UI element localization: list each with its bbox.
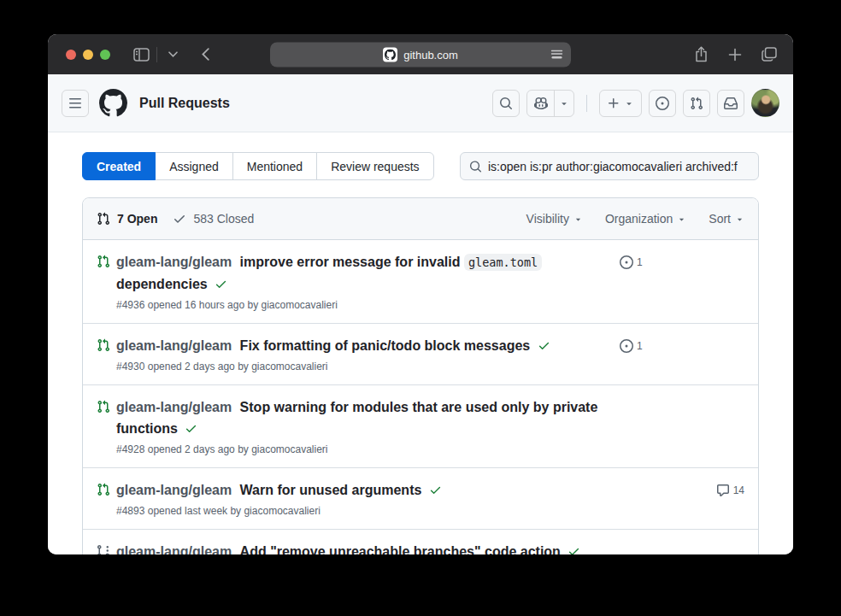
query-search-input[interactable] bbox=[488, 160, 750, 173]
pr-title[interactable]: improve error message for invalid bbox=[240, 255, 461, 269]
checks-passing-icon[interactable] bbox=[568, 545, 580, 554]
search-button[interactable] bbox=[492, 90, 520, 117]
zoom-window-button[interactable] bbox=[100, 50, 110, 60]
dropdown-caret-icon bbox=[677, 214, 686, 224]
pr-meta: #4928 opened 2 days ago by giacomocavali… bbox=[116, 443, 620, 455]
pr-title-continued[interactable]: dependencies bbox=[116, 277, 208, 291]
closed-filter[interactable]: 583 Closed bbox=[173, 212, 254, 226]
issue-opened-icon bbox=[620, 255, 633, 269]
share-icon[interactable] bbox=[689, 43, 713, 67]
visibility-dropdown[interactable]: Visibility bbox=[526, 212, 583, 226]
chevron-down-icon[interactable] bbox=[161, 43, 185, 67]
minimize-window-button[interactable] bbox=[83, 50, 93, 60]
checks-passing-icon[interactable] bbox=[429, 484, 442, 496]
list-header: 7 Open 583 Closed Visibility Organizatio… bbox=[83, 198, 758, 240]
checks-passing-icon[interactable] bbox=[185, 422, 197, 435]
search-icon bbox=[469, 160, 482, 173]
organization-dropdown[interactable]: Organization bbox=[605, 212, 686, 226]
traffic-lights bbox=[66, 50, 110, 60]
back-icon[interactable] bbox=[193, 43, 217, 67]
hamburger-icon[interactable] bbox=[62, 90, 89, 117]
tab-review-requests[interactable]: Review requests bbox=[316, 152, 434, 180]
linked-issue-badge[interactable]: 1 bbox=[620, 255, 643, 269]
filter-tabs: Created Assigned Mentioned Review reques… bbox=[82, 152, 434, 180]
reader-icon[interactable] bbox=[550, 50, 563, 60]
plus-icon bbox=[607, 97, 620, 110]
repo-link[interactable]: gleam-lang/gleam bbox=[116, 255, 232, 269]
tab-assigned[interactable]: Assigned bbox=[155, 152, 233, 180]
pull-request-list: 7 Open 583 Closed Visibility Organizatio… bbox=[82, 197, 759, 554]
pr-row[interactable]: gleam-lang/gleam Fix formatting of panic… bbox=[83, 323, 758, 384]
comment-count-badge[interactable]: 14 bbox=[716, 484, 744, 497]
pull-request-open-icon bbox=[97, 483, 110, 517]
pr-row[interactable]: gleam-lang/gleam improve error message f… bbox=[83, 240, 758, 323]
close-window-button[interactable] bbox=[66, 50, 76, 60]
search-icon bbox=[499, 97, 513, 110]
pull-request-open-icon bbox=[97, 338, 110, 373]
issues-button[interactable] bbox=[649, 90, 676, 117]
page-title: Pull Requests bbox=[139, 96, 230, 111]
inline-code: gleam.toml bbox=[464, 254, 542, 271]
repo-link[interactable]: gleam-lang/gleam bbox=[116, 544, 232, 554]
create-new-button[interactable] bbox=[599, 90, 642, 117]
checks-passing-icon[interactable] bbox=[215, 278, 227, 290]
github-header: Pull Requests bbox=[48, 74, 793, 132]
pr-row[interactable]: gleam-lang/gleam Add "remove unreachable… bbox=[83, 529, 758, 554]
query-search-box[interactable] bbox=[460, 152, 759, 180]
sidebar-icon[interactable] bbox=[129, 43, 153, 67]
sort-dropdown[interactable]: Sort bbox=[709, 212, 744, 226]
repo-link[interactable]: gleam-lang/gleam bbox=[116, 400, 232, 414]
pr-meta: #4930 opened 2 days ago by giacomocavali… bbox=[116, 361, 620, 373]
repo-link[interactable]: gleam-lang/gleam bbox=[116, 483, 232, 497]
dropdown-caret-icon bbox=[735, 214, 744, 224]
inbox-button[interactable] bbox=[717, 90, 744, 117]
copilot-icon[interactable] bbox=[527, 91, 555, 116]
pr-meta: #4936 opened 16 hours ago by giacomocava… bbox=[116, 299, 620, 311]
pull-request-icon bbox=[97, 212, 110, 226]
browser-titlebar: github.com bbox=[48, 34, 793, 74]
pr-row[interactable]: gleam-lang/gleam Stop warning for module… bbox=[83, 384, 758, 467]
site-logo-icon bbox=[383, 47, 397, 62]
open-filter[interactable]: 7 Open bbox=[97, 212, 157, 226]
pr-title[interactable]: Warn for unused arguments bbox=[240, 483, 422, 497]
github-logo-icon[interactable] bbox=[99, 89, 127, 117]
issue-opened-icon bbox=[656, 97, 669, 110]
titlebar-divider bbox=[156, 47, 157, 62]
tab-overview-icon[interactable] bbox=[757, 43, 781, 67]
address-url: github.com bbox=[403, 48, 458, 61]
tab-created[interactable]: Created bbox=[82, 152, 156, 180]
repo-link[interactable]: gleam-lang/gleam bbox=[116, 338, 232, 353]
pull-requests-button[interactable] bbox=[683, 90, 710, 117]
new-tab-icon[interactable] bbox=[723, 43, 747, 67]
avatar[interactable] bbox=[751, 89, 779, 117]
pull-request-icon bbox=[690, 97, 703, 110]
copilot-button[interactable] bbox=[526, 90, 574, 117]
browser-window: github.com Pull Requests bbox=[48, 34, 793, 554]
dropdown-caret-icon bbox=[573, 214, 583, 224]
checks-passing-icon[interactable] bbox=[538, 339, 550, 352]
pr-row[interactable]: gleam-lang/gleam Warn for unused argumen… bbox=[83, 467, 758, 529]
inbox-icon bbox=[724, 97, 738, 110]
issue-opened-icon bbox=[620, 339, 633, 353]
dropdown-caret-icon bbox=[624, 98, 634, 109]
main-content: Created Assigned Mentioned Review reques… bbox=[48, 132, 793, 554]
header-divider bbox=[586, 95, 587, 112]
pr-title[interactable]: Add "remove unreachable branches" code a… bbox=[240, 544, 561, 554]
address-bar[interactable]: github.com bbox=[270, 42, 571, 67]
comment-icon bbox=[716, 484, 730, 497]
pr-meta: #4893 opened last week by giacomocavalie… bbox=[116, 505, 620, 517]
pull-request-open-icon bbox=[97, 400, 110, 455]
pull-request-open-icon bbox=[97, 255, 110, 311]
copilot-dropdown-caret-icon[interactable] bbox=[555, 91, 573, 116]
check-icon bbox=[173, 212, 186, 226]
pr-title[interactable]: Fix formatting of panic/todo block messa… bbox=[240, 338, 531, 353]
pull-request-draft-icon bbox=[97, 544, 110, 554]
linked-issue-badge[interactable]: 1 bbox=[620, 339, 643, 353]
tab-mentioned[interactable]: Mentioned bbox=[232, 152, 317, 180]
